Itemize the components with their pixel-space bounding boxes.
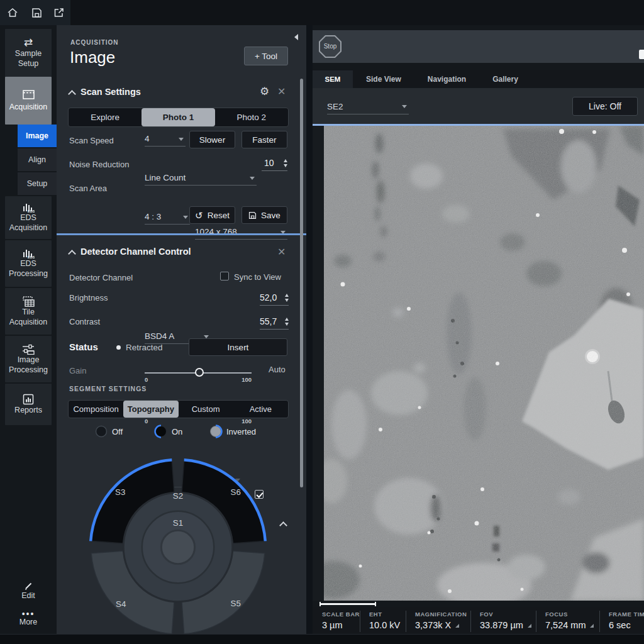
save-button[interactable]: [29, 5, 44, 20]
viewer-toolbar: Stop: [313, 30, 644, 63]
aspect-ratio-dropdown[interactable]: 4 : 3: [145, 209, 190, 225]
collapse-scan-settings-icon[interactable]: [68, 90, 76, 98]
scan-settings-gear-icon[interactable]: ⚙: [260, 85, 269, 98]
dial-center-knob[interactable]: [161, 530, 194, 564]
collapse-panel-icon[interactable]: [294, 34, 298, 40]
detector-signal-dropdown[interactable]: SE2: [327, 99, 409, 114]
scan-settings-close-icon[interactable]: ✕: [277, 86, 286, 97]
tab-custom[interactable]: Custom: [179, 401, 233, 418]
brightness-value[interactable]: 52,0: [260, 290, 289, 306]
resolution-dropdown[interactable]: 1024 x 768: [195, 225, 287, 240]
panel-eyebrow: ACQUISITION: [70, 39, 119, 46]
add-tool-button[interactable]: + Tool: [244, 47, 288, 65]
auto-gain-label: Auto: [269, 365, 286, 374]
sidebar-item-tile-acquisition[interactable]: Tile Acquisition: [5, 288, 52, 335]
sidebar-item-edit[interactable]: Edit: [5, 576, 52, 605]
home-icon: [7, 7, 18, 18]
collapse-segment-icon[interactable]: [279, 521, 287, 530]
detector-close-icon[interactable]: ✕: [277, 246, 286, 258]
chevron-down-icon: [179, 138, 184, 141]
image-left-margin: [313, 126, 324, 601]
noise-reduction-dropdown[interactable]: Line Count: [145, 170, 257, 186]
slower-button[interactable]: Slower: [189, 131, 235, 148]
scan-area-label: Scan Area: [69, 184, 107, 193]
sidebar-item-setup[interactable]: Setup: [18, 172, 57, 195]
reset-button[interactable]: ↺ Reset: [189, 206, 235, 224]
sidebar-item-eds-processing[interactable]: EDS EDS Processing: [5, 240, 52, 287]
segment-s6-label: S6: [231, 487, 241, 497]
sample-setup-icon: ⇄: [24, 37, 33, 48]
contrast-value[interactable]: 55,7: [260, 314, 289, 330]
scan-speed-label: Scan Speed: [69, 136, 114, 145]
sync-to-view-checkbox[interactable]: [220, 272, 229, 280]
spinner-arrows-icon[interactable]: [285, 294, 289, 302]
sem-image-viewport[interactable]: [324, 126, 644, 601]
segment-s3-label: S3: [115, 487, 125, 497]
sidebar-item-image[interactable]: Image: [18, 125, 57, 147]
segment-mode-tabs: Composition Topography Custom Active: [68, 400, 289, 418]
tab-side-view[interactable]: Side View: [353, 70, 414, 88]
tab-topography[interactable]: Topography: [123, 401, 178, 418]
viewer-tabbar: SEM Side View Navigation Gallery: [313, 70, 644, 88]
reset-undo-icon: ↺: [195, 211, 203, 219]
brightness-slider[interactable]: 0 100: [145, 367, 252, 385]
segment-state-on[interactable]: On: [154, 425, 182, 438]
segment-on-swatch-icon: [154, 425, 168, 438]
save-floppy-icon: [248, 211, 257, 219]
scan-speed-dropdown[interactable]: 4: [145, 131, 186, 147]
segment-state-off[interactable]: Off: [94, 425, 123, 438]
readout-fov[interactable]: FOV 33.879 µm: [470, 607, 536, 636]
detector-segment-dial: S3 S2 S6 S1 S4 S5: [85, 454, 271, 640]
toolbar-edge-button[interactable]: [639, 50, 644, 59]
tab-composition[interactable]: Composition: [69, 401, 123, 418]
nav-sidebar: ⇄ Sample Setup Acquisition Image Align S…: [0, 25, 57, 644]
tab-explore[interactable]: Explore: [69, 108, 142, 126]
readout-magnification[interactable]: MAGNIFICATION 3,373k X: [406, 607, 470, 636]
panel-title: Image: [70, 48, 115, 67]
tab-navigation[interactable]: Navigation: [414, 70, 479, 88]
sidebar-item-reports[interactable]: Reports: [5, 384, 52, 425]
tab-photo-1[interactable]: Photo 1: [142, 108, 214, 126]
slider-thumb[interactable]: [195, 368, 204, 377]
top-toolbar: [0, 0, 644, 25]
segment-state-inverted[interactable]: Inverted: [209, 425, 256, 438]
tab-sem[interactable]: SEM: [313, 70, 353, 88]
spinner-arrows-icon[interactable]: [285, 318, 289, 326]
readout-focus[interactable]: FOCUS 7,524 mm: [536, 607, 599, 636]
segment-settings-title: SEGMENT SETTINGS: [69, 385, 147, 392]
tab-photo-2[interactable]: Photo 2: [215, 108, 288, 126]
stop-button[interactable]: Stop: [318, 34, 343, 59]
spinner-arrows-icon[interactable]: [284, 159, 287, 167]
sidebar-item-more[interactable]: ••• More: [5, 605, 52, 633]
tab-gallery[interactable]: Gallery: [479, 70, 531, 88]
sidebar-item-acquisition[interactable]: Acquisition: [5, 77, 52, 125]
sidebar-item-eds-acquisition[interactable]: EDS EDS Acquisition: [5, 196, 52, 239]
readout-eht: EHT 10.0 kV: [360, 607, 406, 636]
scale-bar-line: [319, 603, 376, 605]
sidebar-item-image-processing[interactable]: Image Processing: [5, 336, 52, 382]
application-window: ⇄ Sample Setup Acquisition Image Align S…: [0, 0, 644, 644]
export-button[interactable]: [52, 5, 67, 20]
chevron-down-icon: [402, 105, 407, 108]
segment-s1-label: S1: [173, 518, 183, 528]
bottom-strip: [0, 634, 644, 644]
live-toggle-button[interactable]: Live: Off: [572, 97, 638, 116]
insert-button[interactable]: Insert: [189, 338, 287, 356]
sidebar-item-align[interactable]: Align: [18, 148, 57, 171]
status-value: Retracted: [126, 343, 163, 352]
status-dot-icon: [116, 345, 121, 350]
image-processing-icon: [22, 344, 35, 355]
chevron-down-icon: [250, 177, 255, 180]
home-button[interactable]: [5, 5, 20, 20]
tile-acquisition-icon: [23, 296, 35, 307]
collapse-detector-icon[interactable]: [68, 250, 76, 258]
acquisition-icon: [23, 90, 35, 99]
panel-scrollbar[interactable]: [300, 79, 303, 487]
noise-count-spinner[interactable]: 10: [262, 155, 287, 171]
save-settings-button[interactable]: Save: [242, 206, 287, 224]
tab-active[interactable]: Active: [233, 401, 288, 418]
readout-frame-time: FRAME TIME 6 sec: [599, 607, 644, 636]
sidebar-item-sample-setup[interactable]: ⇄ Sample Setup: [5, 29, 52, 77]
segment-off-swatch-icon: [94, 425, 108, 438]
faster-button[interactable]: Faster: [242, 131, 287, 148]
